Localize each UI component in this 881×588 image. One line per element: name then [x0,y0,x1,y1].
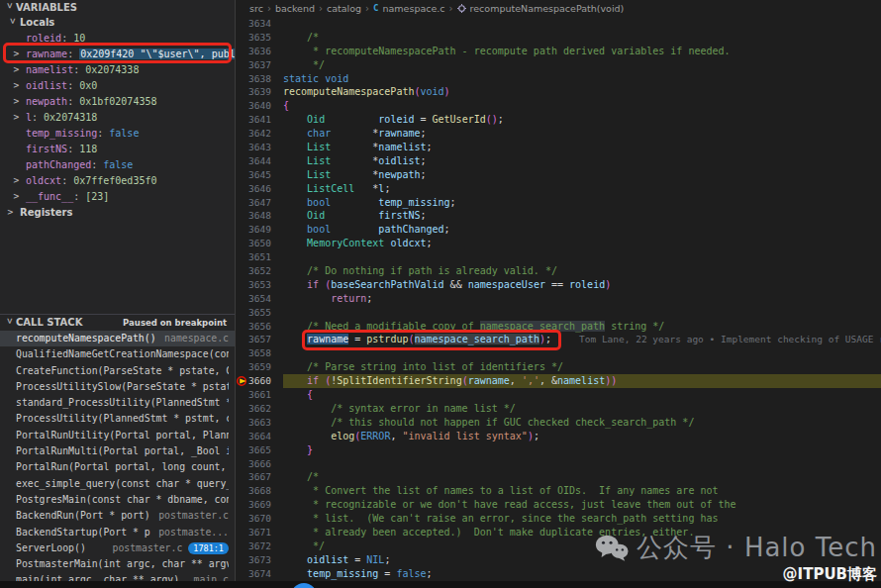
breakpoint-gutter[interactable] [236,278,245,292]
code-text[interactable]: bool temp_missing; [283,196,881,210]
breakpoint-gutter[interactable] [236,250,245,264]
line-number[interactable]: 3665 [245,443,271,457]
line-number[interactable]: 3650 [245,237,271,250]
variable-temp_missing[interactable]: temp_missing: false [0,126,235,142]
code-editor[interactable]: src › backend › catalog › C namespace.c … [236,0,881,588]
code-text[interactable]: * recognizable or we don't have read acc… [283,498,881,512]
code-line[interactable]: 3665 } [236,443,881,457]
breakpoint-gutter[interactable] [236,306,245,320]
breakpoint-gutter[interactable] [236,31,245,45]
line-number[interactable]: 3662 [245,402,271,416]
code-text[interactable]: static void [283,72,881,86]
code-line[interactable]: 3644 List *oidlist; [236,154,881,168]
code-line[interactable]: 3662 /* syntax error in name list */ [236,402,881,416]
line-number[interactable]: 3659 [245,360,271,374]
line-number[interactable]: 3653 [245,278,271,292]
code-line[interactable]: 3651 [236,250,881,264]
line-number[interactable]: 3672 [245,539,271,553]
locals-group-header[interactable]: > Locals [0,15,235,31]
code-line[interactable]: 3670 * list. (We can't raise an error, s… [236,512,881,526]
code-line[interactable]: 3639recomputeNamespacePath(void) [236,85,881,99]
line-number[interactable]: 3645 [245,168,271,182]
code-text[interactable]: { [283,388,881,402]
code-text[interactable]: * Convert the list of names to a list of… [283,484,881,498]
code-text[interactable] [283,17,881,31]
line-number[interactable]: 3660 [245,374,271,388]
code-text[interactable] [283,346,881,360]
variable-oldcxt[interactable]: >oldcxt: 0x7ffef0ed35f0 [0,173,235,189]
code-text[interactable] [283,306,881,320]
code-line[interactable]: 3638static void [236,72,881,86]
code-line[interactable]: 3635 /* [236,31,881,45]
breakpoint-gutter[interactable] [236,416,245,430]
breakpoint-gutter[interactable] [236,113,245,127]
code-text[interactable]: /* [283,31,881,45]
code-line[interactable]: 3652 /* Do nothing if path is already va… [236,264,881,278]
code-text[interactable]: /* syntax error in name list */ [283,402,881,416]
variable-rawname[interactable]: >rawname: 0x209f420 "\"$user\", public" [0,47,235,62]
breadcrumb-item[interactable]: backend [275,3,315,14]
breadcrumb-item[interactable]: recomputeNamespacePath(void) [470,3,625,14]
breakpoint-gutter[interactable] [236,484,245,498]
code-line-current-execution[interactable]: 3660 if (!SplitIdentifierString(rawname,… [236,374,881,388]
code-text[interactable]: /* Need a modifiable copy of namespace_s… [283,320,881,334]
code-text[interactable]: List *newpath; [283,168,881,182]
line-number[interactable]: 3669 [245,498,271,512]
code-text[interactable]: List *namelist; [283,141,881,154]
variable-roleid[interactable]: roleid: 10 [0,31,235,47]
line-number[interactable]: 3671 [245,526,271,539]
variable-l[interactable]: >l: 0x2074318 [0,110,235,126]
breakpoint-gutter[interactable] [236,498,245,512]
callstack-frame[interactable]: PortalRunUtility(Portal portal, PlannedS… [0,428,235,443]
code-line[interactable]: 3656 /* Need a modifiable copy of namesp… [236,320,881,334]
code-line[interactable]: 3647 bool temp_missing; [236,196,881,210]
breakpoint-gutter[interactable] [236,526,245,539]
breakpoint-gutter[interactable] [236,58,245,72]
line-number[interactable]: 3648 [245,209,271,223]
callstack-frame[interactable]: PostmasterMain(int argc, char ** argv) [0,556,235,572]
callstack-frame[interactable]: standard_ProcessUtility(PlannedStmt * ps… [0,395,235,411]
line-number[interactable]: 3639 [245,85,271,99]
breakpoint-gutter[interactable] [236,402,245,416]
variables-section-header[interactable]: > VARIABLES [0,0,235,15]
breakpoint-gutter[interactable] [236,360,245,374]
code-text[interactable]: elog(ERROR, "invalid list syntax"); [283,430,881,443]
breakpoint-gutter[interactable] [236,209,245,223]
code-line[interactable]: 3640{ [236,99,881,113]
breakpoint-gutter[interactable] [236,443,245,457]
code-line[interactable]: 3666 [236,457,881,471]
code-text[interactable]: if (!SplitIdentifierString(rawname, ',',… [283,374,881,388]
code-line[interactable]: 3650 MemoryContext oldcxt; [236,237,881,250]
code-text[interactable]: char *rawname; [283,127,881,141]
code-line[interactable]: 3634 [236,17,881,31]
code-text[interactable]: bool pathChanged; [283,223,881,237]
callstack-frame[interactable]: QualifiedNameGetCreationNamespace(const … [0,346,235,362]
code-text[interactable]: ListCell *l; [283,182,881,196]
line-number[interactable]: 3637 [245,58,271,72]
breakpoint-gutter[interactable] [236,333,245,346]
breakpoint-gutter[interactable] [236,539,245,553]
breakpoint-gutter[interactable] [236,127,245,141]
code-line[interactable]: 3643 List *namelist; [236,141,881,154]
breakpoint-gutter[interactable] [236,470,245,484]
line-number[interactable]: 3651 [245,250,271,264]
callstack-frame[interactable]: PortalRunMulti(Portal portal, _Bool isTo… [0,443,235,459]
code-text[interactable]: Oid roleid = GetUserId(); [283,113,881,127]
variable-namelist[interactable]: >namelist: 0x2074338 [0,62,235,78]
variable-firstNS[interactable]: firstNS: 118 [0,142,235,157]
code-line[interactable]: 3649 bool pathChanged; [236,223,881,237]
code-line[interactable]: 3668 * Convert the list of names to a li… [236,484,881,498]
line-number[interactable]: 3658 [245,346,271,360]
code-text[interactable]: List *oidlist; [283,154,881,168]
breakpoint-gutter[interactable] [236,196,245,210]
breakpoint-gutter[interactable] [236,237,245,250]
code-line[interactable]: 3659 /* Parse string into list of identi… [236,360,881,374]
breakpoint-gutter[interactable] [236,292,245,306]
callstack-frame[interactable]: PostgresMain(const char * dbname, const … [0,492,235,508]
breakpoint-gutter[interactable] [236,223,245,237]
callstack-frame[interactable]: ProcessUtilitySlow(ParseState * pstate, … [0,379,235,395]
code-line[interactable]: 3667 /* [236,470,881,484]
code-line[interactable]: 3658 [236,346,881,360]
line-number[interactable]: 3670 [245,512,271,526]
breakpoint-gutter[interactable] [236,182,245,196]
